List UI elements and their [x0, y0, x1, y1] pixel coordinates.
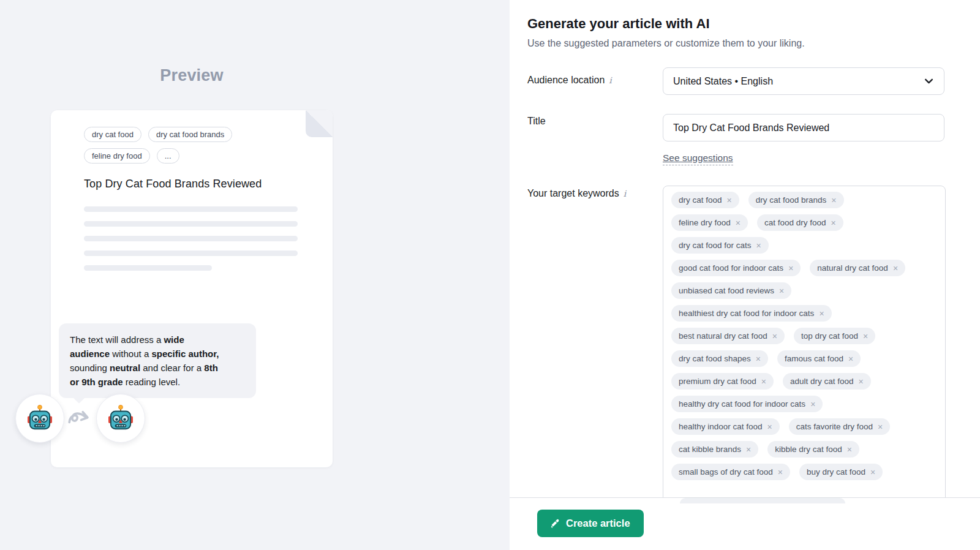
keywords-input-box[interactable]: dry cat food×dry cat food brands×feline …: [663, 186, 946, 497]
remove-keyword-icon[interactable]: ×: [847, 445, 852, 454]
keyword-row: feline dry food×cat food dry food×: [671, 214, 937, 231]
title-label: Title: [527, 116, 546, 127]
tooltip-text: specific author,: [151, 348, 219, 359]
keyword-row: healthy dry cat food for indoor cats×: [671, 396, 937, 412]
keyword-row: unbiased cat food reviews×: [671, 282, 937, 299]
generate-article-form: Generate your article with AI Use the su…: [510, 0, 980, 550]
preview-panel: Preview dry cat fooddry cat food brandsf…: [0, 0, 510, 550]
keyword-row: premium dry cat food×adult dry cat food×: [671, 373, 937, 390]
skeleton-line: [84, 221, 298, 227]
remove-keyword-icon[interactable]: ×: [727, 196, 732, 205]
keyword-chip: buy dry cat food×: [799, 464, 883, 480]
info-icon: i: [624, 189, 626, 198]
remove-keyword-icon[interactable]: ×: [831, 219, 836, 227]
remove-keyword-icon[interactable]: ×: [778, 468, 783, 477]
keyword-chip-label: small bags of dry cat food: [679, 467, 773, 477]
keyword-chip-label: dry cat food brands: [756, 195, 827, 205]
keyword-chip-label: dry cat food: [679, 195, 722, 205]
create-article-button[interactable]: Create article: [537, 510, 644, 537]
tooltip-text: or 9th grade: [70, 377, 123, 387]
keyword-chip-label: unbiased cat food reviews: [679, 286, 774, 295]
tooltip-text: neutral: [110, 363, 140, 373]
keyword-chip-label: dry cat food shapes: [679, 354, 751, 363]
keyword-row: dry cat food for cats×: [671, 237, 937, 254]
see-suggestions-link[interactable]: See suggestions: [663, 153, 733, 165]
remove-keyword-icon[interactable]: ×: [893, 264, 898, 273]
keyword-chip-label: buy dry cat food: [807, 467, 865, 477]
title-input[interactable]: [663, 114, 944, 141]
robot-avatar: [96, 394, 145, 443]
preview-article-title: Top Dry Cat Food Brands Reviewed: [84, 178, 308, 190]
remove-keyword-icon[interactable]: ×: [859, 377, 864, 386]
keyword-chip: adult dry cat food×: [783, 373, 871, 390]
remove-keyword-icon[interactable]: ×: [736, 219, 741, 227]
robot-icon: [107, 404, 135, 432]
remove-keyword-icon[interactable]: ×: [878, 423, 883, 431]
keyword-chip-label: premium dry cat food: [679, 377, 756, 386]
preview-tag: dry cat food: [84, 127, 141, 142]
keyword-chip: kibble dry cat food×: [767, 441, 859, 458]
remove-keyword-icon[interactable]: ×: [779, 287, 784, 295]
keyword-chip-label: dry cat food for cats: [679, 241, 752, 250]
chevron-down-icon: [924, 76, 934, 86]
info-icon: i: [609, 75, 611, 85]
preview-keyword-tags: dry cat fooddry cat food brandsfeline dr…: [84, 127, 268, 164]
keyword-row: dry cat food shapes×famous cat food×: [671, 350, 937, 367]
remove-keyword-icon[interactable]: ×: [746, 445, 751, 454]
keyword-chip-label: good cat food for indoor cats: [679, 263, 783, 273]
page-fold-corner: [306, 110, 333, 137]
keyword-chip: feline dry food×: [671, 214, 748, 231]
target-keywords-label: Your target keywordsi: [527, 188, 626, 199]
remove-keyword-icon[interactable]: ×: [810, 400, 815, 409]
keyword-chip-label: healthiest dry cat food for indoor cats: [679, 309, 814, 318]
tooltip-text: reading level.: [123, 377, 180, 387]
tooltip-text: The text will address a: [70, 334, 164, 345]
keyword-chip: dry cat food shapes×: [671, 350, 768, 367]
keyword-row: cat kibble brands×kibble dry cat food×: [671, 441, 937, 458]
keyword-chip: cats favorite dry food×: [789, 418, 891, 435]
audience-location-select[interactable]: United States • English: [663, 67, 944, 95]
clipped-keyword-chip: [680, 498, 845, 503]
keyword-chip: good cat food for indoor cats×: [671, 260, 801, 276]
audience-location-value: United States • English: [673, 76, 924, 87]
preview-heading: Preview: [51, 66, 333, 85]
keyword-row: good cat food for indoor cats×natural dr…: [671, 260, 937, 276]
skeleton-line: [84, 265, 212, 271]
remove-keyword-icon[interactable]: ×: [848, 355, 853, 363]
remove-keyword-icon[interactable]: ×: [756, 241, 761, 250]
remove-keyword-icon[interactable]: ×: [767, 423, 772, 431]
keyword-chip: best natural dry cat food×: [671, 328, 785, 344]
keyword-chip-label: top dry cat food: [801, 331, 858, 341]
keyword-chip: dry cat food brands×: [748, 192, 844, 208]
skeleton-line: [84, 251, 298, 256]
keyword-chip: top dry cat food×: [794, 328, 875, 344]
keyword-chip: famous cat food×: [777, 350, 861, 367]
remove-keyword-icon[interactable]: ×: [831, 196, 836, 205]
article-preview-card: dry cat fooddry cat food brandsfeline dr…: [51, 110, 333, 467]
robot-icon: [26, 404, 54, 432]
keywords-field-viewport: dry cat food×dry cat food brands×feline …: [663, 186, 946, 497]
keyword-chip: cat kibble brands×: [671, 441, 758, 458]
tooltip-text: and clear for a: [140, 363, 204, 373]
remove-keyword-icon[interactable]: ×: [863, 332, 868, 341]
keyword-chip: natural dry cat food×: [810, 260, 905, 276]
keyword-chip: healthy dry cat food for indoor cats×: [671, 396, 823, 412]
keyword-chip-label: healthy dry cat food for indoor cats: [679, 399, 805, 409]
remove-keyword-icon[interactable]: ×: [819, 309, 824, 318]
keyword-row: healthiest dry cat food for indoor cats×: [671, 305, 937, 322]
keyword-chip: unbiased cat food reviews×: [671, 282, 791, 299]
tooltip-text: sounding: [70, 363, 110, 373]
remove-keyword-icon[interactable]: ×: [870, 468, 875, 477]
keyword-chip-label: best natural dry cat food: [679, 331, 767, 341]
remove-keyword-icon[interactable]: ×: [756, 355, 761, 363]
article-text-skeleton: [84, 206, 308, 271]
keyword-chip: cat food dry food×: [757, 214, 843, 231]
keyword-chip: premium dry cat food×: [671, 373, 774, 390]
remove-keyword-icon[interactable]: ×: [788, 264, 793, 273]
keyword-row: dry cat food×dry cat food brands×: [671, 192, 937, 208]
remove-keyword-icon[interactable]: ×: [772, 332, 777, 341]
tooltip-text: audience: [70, 348, 110, 359]
remove-keyword-icon[interactable]: ×: [761, 377, 766, 386]
tone-description-tooltip: The text will address a wideaudience wit…: [59, 323, 256, 398]
keyword-chip-label: cats favorite dry food: [796, 422, 873, 431]
